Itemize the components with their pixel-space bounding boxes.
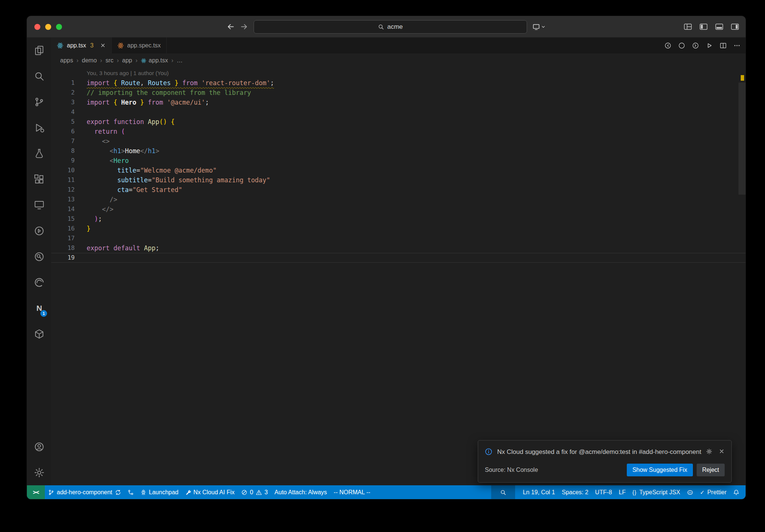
formatter-item[interactable]: ✓ Prettier (697, 485, 730, 499)
editor-scrollbar[interactable] (738, 83, 746, 195)
notification-settings-gear-icon[interactable] (706, 448, 712, 455)
code-line-14[interactable]: 14 </> (51, 204, 746, 214)
line-number[interactable]: 10 (51, 166, 75, 175)
line-number[interactable]: 13 (51, 195, 75, 204)
breadcrumb-item[interactable]: apps (60, 57, 73, 64)
code-line-5[interactable]: 5export function App() { (51, 117, 746, 127)
line-number[interactable]: 4 (51, 107, 75, 117)
play-circle-icon[interactable] (27, 218, 51, 244)
encoding-item[interactable]: UTF-8 (592, 485, 615, 499)
code-line-15[interactable]: 15 ); (51, 214, 746, 224)
line-number[interactable]: 12 (51, 185, 75, 195)
line-number[interactable]: 1 (51, 78, 75, 88)
code-line-7[interactable]: 7 <> (51, 136, 746, 146)
code-line-8[interactable]: 8 <h1>Home</h1> (51, 146, 746, 156)
reject-button[interactable]: Reject (697, 464, 725, 476)
code-line-19[interactable]: 19 (51, 253, 746, 263)
line-number[interactable]: 6 (51, 127, 75, 136)
code-text[interactable]: <> (87, 136, 109, 146)
code-line-6[interactable]: 6 return ( (51, 127, 746, 136)
code-text[interactable]: cta="Get Started" (87, 185, 182, 195)
customize-layout-icon[interactable] (684, 24, 692, 30)
line-number[interactable]: 5 (51, 117, 75, 127)
more-actions-icon[interactable] (734, 42, 740, 49)
settings-gear-icon[interactable] (27, 460, 51, 485)
code-editor[interactable]: You, 3 hours ago | 1 author (You) 1impor… (51, 68, 746, 485)
line-number[interactable]: 15 (51, 214, 75, 224)
remote-explorer-icon[interactable] (27, 192, 51, 218)
code-line-4[interactable]: 4 (51, 107, 746, 117)
breadcrumb-item[interactable]: src (105, 57, 113, 64)
language-mode-item[interactable]: {} TypeScript JSX (629, 485, 684, 499)
zoom-status-item[interactable] (491, 485, 515, 499)
explorer-icon[interactable] (27, 37, 51, 63)
code-text[interactable]: // importing the component from the libr… (87, 88, 251, 98)
show-suggested-fix-button[interactable]: Show Suggested Fix (627, 464, 693, 476)
accounts-icon[interactable] (27, 434, 51, 460)
line-number[interactable]: 8 (51, 146, 75, 156)
code-line-2[interactable]: 2// importing the component from the lib… (51, 88, 746, 98)
tab-app-spec-tsx[interactable]: app.spec.tsx (112, 37, 167, 53)
code-text[interactable]: ); (87, 214, 102, 224)
line-number[interactable]: 11 (51, 175, 75, 185)
breadcrumb-symbol-ellipsis[interactable]: … (177, 57, 183, 64)
toggle-sidebar-right-icon[interactable] (731, 24, 739, 30)
testing-icon[interactable] (27, 140, 51, 166)
code-line-17[interactable]: 17 (51, 233, 746, 243)
code-line-16[interactable]: 16} (51, 224, 746, 233)
code-text[interactable]: title="Welcmoe @acme/demo" (87, 166, 217, 175)
code-text[interactable]: </> (87, 204, 114, 214)
line-number[interactable]: 3 (51, 98, 75, 107)
code-line-12[interactable]: 12 cta="Get Started" (51, 185, 746, 195)
line-number[interactable]: 16 (51, 224, 75, 233)
copilot-item[interactable] (684, 485, 697, 499)
cursor-position-item[interactable]: Ln 19, Col 1 (520, 485, 558, 499)
code-text[interactable]: return ( (87, 127, 125, 136)
nx-cloud-fix-item[interactable]: Nx Cloud AI Fix (182, 485, 238, 499)
package-icon[interactable] (27, 321, 51, 347)
line-number[interactable]: 14 (51, 204, 75, 214)
breadcrumb-item[interactable]: demo (82, 57, 97, 64)
inspect-icon[interactable] (27, 244, 51, 269)
code-text[interactable]: <h1>Home</h1> (87, 146, 159, 156)
toggle-sidebar-left-icon[interactable] (700, 24, 707, 30)
code-line-1[interactable]: 1import { Route, Routes } from 'react-ro… (51, 78, 746, 88)
back-circle-icon[interactable] (665, 42, 671, 49)
notifications-bell-item[interactable] (730, 485, 743, 499)
command-center-search[interactable]: acme (254, 20, 527, 34)
code-line-13[interactable]: 13 /> (51, 195, 746, 204)
line-number[interactable]: 19 (51, 253, 75, 263)
edge-icon[interactable] (27, 269, 51, 295)
auto-attach-item[interactable]: Auto Attach: Always (271, 485, 331, 499)
line-number[interactable]: 7 (51, 136, 75, 146)
codelens-blame[interactable]: You, 3 hours ago | 1 author (You) (87, 68, 169, 78)
indentation-item[interactable]: Spaces: 2 (558, 485, 592, 499)
code-text[interactable]: export default App; (87, 243, 159, 253)
breadcrumb-item[interactable]: app (122, 57, 132, 64)
navigate-back-icon[interactable] (227, 23, 235, 31)
split-editor-icon[interactable] (720, 42, 727, 49)
code-text[interactable]: import { Hero } from '@acme/ui'; (87, 98, 209, 107)
zoom-window-button[interactable] (56, 24, 62, 30)
toggle-panel-icon[interactable] (715, 24, 723, 30)
vim-mode-item[interactable]: -- NORMAL -- (330, 485, 374, 499)
code-line-11[interactable]: 11 subtitle="Build something amazing tod… (51, 175, 746, 185)
line-number[interactable]: 18 (51, 243, 75, 253)
code-text[interactable]: import { Route, Routes } from 'react-rou… (87, 78, 274, 88)
line-number[interactable]: 2 (51, 88, 75, 98)
breadcrumb-file[interactable]: app.tsx (141, 57, 168, 64)
code-text[interactable]: export function App() { (87, 117, 174, 127)
branch-status-item[interactable]: add-hero-component (45, 485, 124, 499)
tab-app-tsx[interactable]: app.tsx 3 (51, 37, 112, 53)
codelens-row[interactable]: You, 3 hours ago | 1 author (You) (51, 68, 746, 78)
close-window-button[interactable] (34, 24, 40, 30)
minimize-window-button[interactable] (45, 24, 51, 30)
forward-circle-icon[interactable] (692, 42, 699, 49)
launchpad-item[interactable]: Launchpad (137, 485, 182, 499)
code-text[interactable]: /> (87, 195, 117, 204)
run-file-icon[interactable] (706, 42, 713, 49)
commit-graph-item[interactable] (124, 485, 137, 499)
source-control-icon[interactable] (27, 89, 51, 115)
nx-icon[interactable]: N 1 (27, 295, 51, 321)
remote-session-dropdown[interactable] (533, 23, 546, 30)
